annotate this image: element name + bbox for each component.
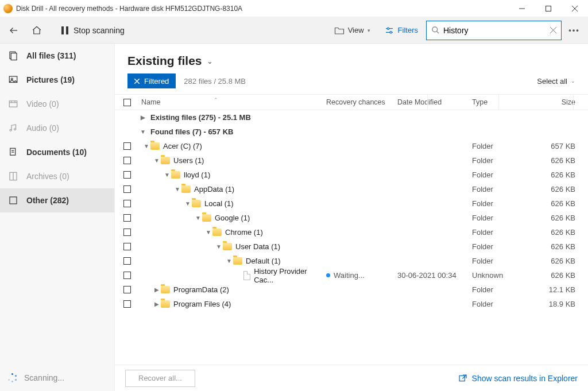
sidebar-item-all-files[interactable]: All files (311) <box>0 44 114 68</box>
row-size: 18.9 KB <box>539 300 588 308</box>
caret-right-icon[interactable]: ▶ <box>153 287 161 293</box>
row-checkbox[interactable] <box>123 200 131 207</box>
row-checkbox[interactable] <box>123 214 131 222</box>
tree-row[interactable]: ▼AppData (1)Folder626 KB <box>115 182 588 196</box>
video-icon <box>8 99 18 109</box>
tree-row[interactable]: ▼lloyd (1)Folder626 KB <box>115 168 588 182</box>
caret-down-icon[interactable]: ▼ <box>225 258 233 264</box>
page-title: Existing files <box>127 54 202 68</box>
row-checkbox[interactable] <box>123 171 131 179</box>
tree-row[interactable]: ▼Local (1)Folder626 KB <box>115 196 588 211</box>
documents-icon <box>8 147 18 157</box>
stop-scanning-button[interactable]: Stop scanning <box>57 20 131 41</box>
clear-search-icon[interactable] <box>550 27 556 33</box>
row-name: lloyd (1) <box>184 171 210 179</box>
tree-row[interactable]: ▶ProgramData (2)Folder12.1 KB <box>115 282 588 297</box>
caret-down-icon[interactable]: ▼ <box>163 172 171 178</box>
chevron-down-icon[interactable]: ⌄ <box>207 57 213 65</box>
view-label: View <box>348 26 364 34</box>
column-name[interactable]: Name⌃ <box>139 98 326 106</box>
row-checkbox[interactable] <box>123 257 131 265</box>
minimize-button[interactable] <box>509 0 535 17</box>
close-button[interactable] <box>562 0 588 17</box>
row-size: 12.1 KB <box>539 285 588 294</box>
row-checkbox[interactable] <box>123 229 131 236</box>
pause-icon <box>61 26 69 35</box>
sidebar-item-other[interactable]: Other (282) <box>0 188 114 212</box>
sidebar-item-documents[interactable]: Documents (10) <box>0 140 114 164</box>
caret-down-icon[interactable]: ▼ <box>194 215 202 221</box>
caret-right-icon[interactable]: ▶ <box>139 114 147 121</box>
sidebar-item-audio[interactable]: Audio (0) <box>0 116 114 140</box>
tree-row[interactable]: ▼Users (1)Folder626 KB <box>115 153 588 168</box>
sidebar-item-pictures[interactable]: Pictures (19) <box>0 68 114 92</box>
maximize-button[interactable] <box>535 0 562 17</box>
sidebar-item-video[interactable]: Video (0) <box>0 92 114 116</box>
row-checkbox[interactable] <box>123 300 131 308</box>
select-all-label: Select all <box>537 77 567 86</box>
caret-down-icon[interactable]: ▼ <box>173 186 181 192</box>
row-type: Unknown <box>472 271 539 280</box>
column-type[interactable]: Type <box>472 98 539 106</box>
back-button[interactable] <box>3 20 24 41</box>
row-type: Folder <box>472 242 539 251</box>
sidebar-item-label: Other (282) <box>26 196 69 205</box>
tree-row[interactable]: ▼User Data (1)Folder626 KB <box>115 239 588 254</box>
row-type: Folder <box>472 214 539 222</box>
select-all-dropdown[interactable]: Select all ⌄ <box>537 77 575 86</box>
caret-down-icon[interactable]: ▼ <box>215 243 223 250</box>
column-recovery[interactable]: Recovery chances <box>326 98 397 106</box>
recover-all-button[interactable]: Recover all... <box>125 370 195 387</box>
folder-icon <box>192 200 201 207</box>
row-checkbox[interactable] <box>123 157 131 164</box>
svg-rect-19 <box>9 101 17 107</box>
tree-row[interactable]: ▼Google (1)Folder626 KB <box>115 211 588 225</box>
view-dropdown[interactable]: View ▾ <box>328 20 376 41</box>
group-existing[interactable]: ▶ Existing files (275) - 25.1 MB <box>115 110 588 125</box>
folder-icon <box>161 157 170 164</box>
search-icon <box>431 26 440 34</box>
filtered-chip[interactable]: Filtered <box>127 73 176 88</box>
row-name: ProgramData (2) <box>173 285 229 294</box>
main-panel: Existing files ⌄ Filtered 282 files / 25… <box>115 44 588 391</box>
row-checkbox[interactable] <box>123 243 131 250</box>
close-icon[interactable] <box>134 79 140 84</box>
sidebar-item-archives[interactable]: Archives (0) <box>0 164 114 188</box>
tree-row[interactable]: History Provider Cac...Waiting...30-06-2… <box>115 268 588 282</box>
row-checkbox[interactable] <box>123 272 131 279</box>
home-button[interactable] <box>26 20 47 41</box>
caret-down-icon[interactable]: ▼ <box>153 157 161 164</box>
row-size: 626 KB <box>539 271 588 280</box>
tree-row[interactable]: ▼Chrome (1)Folder626 KB <box>115 225 588 239</box>
app-icon <box>3 4 13 13</box>
row-type: Folder <box>472 171 539 179</box>
tree-row[interactable]: ▼Default (1)Folder626 KB <box>115 254 588 268</box>
column-size[interactable]: Size <box>539 98 588 106</box>
header-checkbox[interactable] <box>123 99 131 106</box>
row-name: Acer (C) (7) <box>163 142 202 150</box>
group-found[interactable]: ▼ Found files (7) - 657 KB <box>115 125 588 139</box>
tree-row[interactable]: ▼Acer (C) (7)Folder657 KB <box>115 139 588 153</box>
caret-down-icon[interactable]: ▼ <box>139 129 147 135</box>
search-box[interactable] <box>426 21 562 40</box>
row-type: Folder <box>472 185 539 193</box>
row-checkbox[interactable] <box>123 185 131 193</box>
caret-down-icon[interactable]: ▼ <box>184 200 192 207</box>
row-checkbox[interactable] <box>123 286 131 293</box>
tree-row[interactable]: ▶Program Files (4)Folder18.9 KB <box>115 297 588 311</box>
show-in-explorer-link[interactable]: Show scan results in Explorer <box>458 374 578 383</box>
folder-icon <box>150 142 160 150</box>
row-size: 626 KB <box>539 228 588 237</box>
sidebar-item-label: All files (311) <box>26 51 76 60</box>
sidebar-item-label: Video (0) <box>26 99 59 109</box>
caret-down-icon[interactable]: ▼ <box>204 229 212 235</box>
row-type: Folder <box>472 199 539 208</box>
row-checkbox[interactable] <box>123 142 131 150</box>
row-type: Folder <box>472 285 539 294</box>
column-date[interactable]: Date Modified <box>397 98 472 106</box>
filters-button[interactable]: Filters <box>378 20 424 41</box>
caret-down-icon[interactable]: ▼ <box>142 143 150 149</box>
caret-right-icon[interactable]: ▶ <box>153 301 161 307</box>
search-input[interactable] <box>440 26 550 35</box>
more-menu-button[interactable]: ••• <box>564 20 585 41</box>
